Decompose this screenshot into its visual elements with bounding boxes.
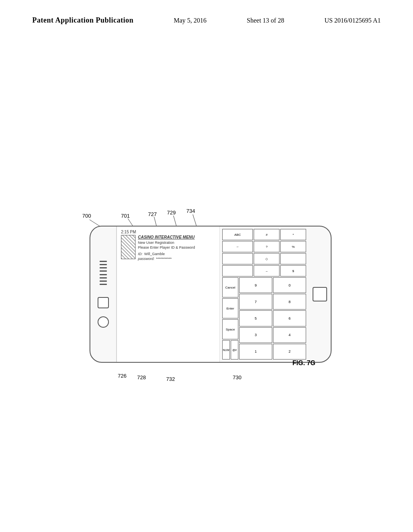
sheet-info: Sheet 13 of 28: [247, 17, 284, 24]
diagram-area: 700 701 727 729 734 726 728 732 730: [20, 52, 393, 492]
speaker-bar: [100, 261, 107, 262]
speaker-bar: [100, 277, 107, 278]
id-value: Will_Gamble: [144, 252, 165, 256]
device-left-panel: [90, 227, 117, 362]
device-keypad: ABC # * ← ? % ◇: [220, 227, 309, 362]
key-abc[interactable]: ABC: [222, 229, 253, 240]
ref-734: 734: [186, 208, 195, 214]
key-question[interactable]: ?: [254, 241, 280, 252]
key-9[interactable]: 9: [239, 277, 272, 293]
numeric-grid: 9 0 7 8 5 6 3 4: [239, 277, 306, 360]
speaker-bar: [100, 284, 107, 285]
key-blank2[interactable]: [280, 253, 306, 264]
key-enter[interactable]: Enter: [222, 298, 238, 318]
key-cancel[interactable]: Cancel: [222, 277, 238, 297]
home-button[interactable]: [98, 316, 109, 328]
ref-729: 729: [167, 210, 176, 216]
ref-730: 730: [233, 374, 242, 380]
key-blank1[interactable]: [222, 253, 253, 264]
speaker-bars: [100, 261, 107, 285]
status-bar: 2:15 PM: [121, 230, 215, 234]
ref-732: 732: [166, 376, 175, 382]
keypad-main-area: Cancel Enter Space NUM @# 9 0: [222, 277, 306, 360]
speaker-bar: [100, 281, 107, 282]
key-percent[interactable]: %: [280, 241, 306, 252]
figure-label: FIG. 7G: [292, 360, 315, 367]
device-screen: 2:15 PM CASINO INTERACTIVE MENU New User…: [117, 227, 220, 362]
keypad-top-row: ABC # *: [222, 229, 306, 240]
key-6[interactable]: 6: [273, 310, 306, 326]
pw-label: password:: [138, 257, 154, 261]
key-3[interactable]: 3: [239, 327, 272, 343]
screen-instruction: Please Enter Player ID & Password: [138, 245, 195, 249]
key-8[interactable]: 8: [273, 294, 306, 310]
ref-700: 700: [82, 213, 91, 219]
keypad-dash-row: – $: [222, 265, 306, 276]
device: 2:15 PM CASINO INTERACTIVE MENU New User…: [90, 226, 332, 363]
key-diamond[interactable]: ◇: [254, 253, 280, 264]
key-dollar[interactable]: $: [280, 265, 306, 276]
key-num[interactable]: NUM: [222, 340, 230, 360]
key-blank3[interactable]: [222, 265, 253, 276]
ref-701: 701: [121, 213, 130, 219]
num-row-12: 1 2: [239, 344, 306, 360]
key-1[interactable]: 1: [239, 344, 272, 360]
device-right-panel: [309, 227, 331, 362]
id-label: ID:: [138, 252, 143, 256]
speaker-bar: [100, 264, 107, 265]
hatched-box: [121, 235, 136, 259]
speaker-bar: [100, 270, 107, 272]
key-5[interactable]: 5: [239, 310, 272, 326]
publication-date: May 5, 2016: [174, 17, 206, 24]
pw-field: password: ***********: [138, 257, 195, 261]
key-at-hash[interactable]: @#: [231, 340, 238, 360]
num-row-34: 3 4: [239, 327, 306, 343]
ref-726: 726: [118, 373, 127, 379]
right-square-button[interactable]: [313, 287, 327, 301]
screen-text-block: CASINO INTERACTIVE MENU New User Registr…: [138, 235, 195, 261]
keypad-symbol-row: ← ? %: [222, 241, 306, 252]
speaker-bar: [100, 267, 107, 268]
key-hash[interactable]: #: [254, 229, 280, 240]
menu-title: CASINO INTERACTIVE MENU: [138, 235, 195, 239]
key-0[interactable]: 0: [273, 277, 306, 293]
patent-title: Patent Application Publication: [32, 16, 133, 25]
key-space[interactable]: Space: [222, 319, 238, 339]
patent-number: US 2016/0125695 A1: [324, 17, 381, 24]
num-row-56: 5 6: [239, 310, 306, 326]
device-wrapper: 700 701 727 729 734 726 728 732 730: [65, 202, 348, 375]
key-7[interactable]: 7: [239, 294, 272, 310]
key-dash[interactable]: –: [254, 265, 280, 276]
speaker-bar: [100, 274, 107, 275]
key-back[interactable]: ←: [222, 241, 253, 252]
num-row-90: 9 0: [239, 277, 306, 293]
pw-value: ***********: [156, 257, 172, 261]
ref-728: 728: [137, 374, 146, 380]
keypad-diamond-row: ◇: [222, 253, 306, 264]
ref-727: 727: [148, 211, 157, 217]
side-keys: Cancel Enter Space NUM @#: [222, 277, 238, 360]
submenu-label: New User Registration: [138, 241, 195, 245]
key-star[interactable]: *: [280, 229, 306, 240]
key-4[interactable]: 4: [273, 327, 306, 343]
key-2[interactable]: 2: [273, 344, 306, 360]
num-row-78: 7 8: [239, 294, 306, 310]
status-icon: [98, 297, 109, 308]
id-field: ID: Will_Gamble: [138, 252, 195, 256]
